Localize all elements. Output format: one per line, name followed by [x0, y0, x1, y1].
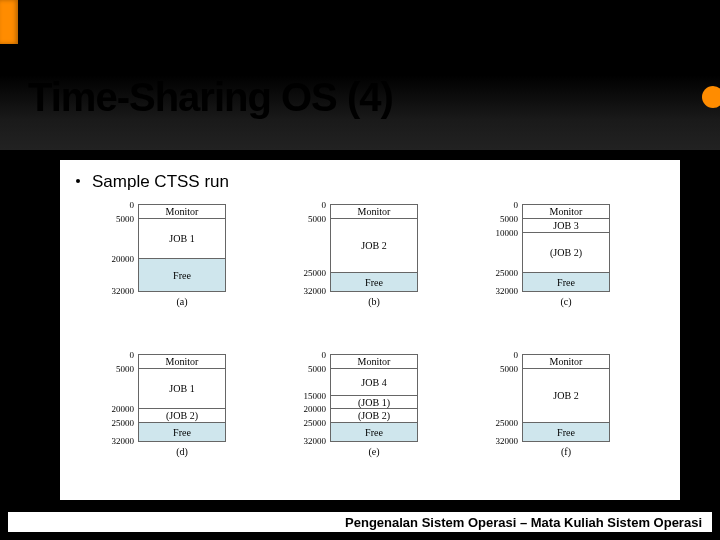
- diagram-label: (e): [330, 446, 418, 457]
- memory-segment: Free: [523, 273, 609, 291]
- memory-address-label: 20000: [90, 255, 134, 264]
- memory-address-label: 20000: [282, 405, 326, 414]
- memory-address-label: 32000: [90, 287, 134, 296]
- memory-address-label: 25000: [282, 419, 326, 428]
- corner-decoration: [702, 86, 720, 108]
- memory-address-label: 32000: [474, 437, 518, 446]
- memory-address-label: 5000: [282, 365, 326, 374]
- accent-bar: [0, 0, 18, 44]
- memory-column: MonitorJOB 4(JOB 1)(JOB 2)Free: [330, 354, 418, 442]
- diagram-label: (b): [330, 296, 418, 307]
- footer-bar: Pengenalan Sistem Operasi – Mata Kuliah …: [8, 510, 712, 532]
- memory-column: MonitorJOB 1Free: [138, 204, 226, 292]
- memory-segment: JOB 1: [139, 219, 225, 259]
- memory-segment: Free: [331, 423, 417, 441]
- memory-diagrams-grid: MonitorJOB 1Free050002000032000(a)Monito…: [90, 200, 652, 490]
- memory-address-label: 5000: [282, 215, 326, 224]
- memory-diagram: MonitorJOB 2Free050002500032000(f): [474, 350, 652, 490]
- memory-column: MonitorJOB 3(JOB 2)Free: [522, 204, 610, 292]
- memory-address-label: 0: [282, 351, 326, 360]
- memory-address-label: 0: [474, 201, 518, 210]
- memory-diagram: MonitorJOB 3(JOB 2)Free05000100002500032…: [474, 200, 652, 340]
- memory-segment: Monitor: [523, 205, 609, 219]
- memory-segment: JOB 4: [331, 369, 417, 396]
- memory-diagram: MonitorJOB 4(JOB 1)(JOB 2)Free0500015000…: [282, 350, 460, 490]
- memory-segment: Free: [331, 273, 417, 291]
- memory-address-label: 10000: [474, 229, 518, 238]
- memory-segment: JOB 1: [139, 369, 225, 409]
- memory-diagram: MonitorJOB 2Free050002500032000(b): [282, 200, 460, 340]
- memory-column: MonitorJOB 2Free: [522, 354, 610, 442]
- memory-address-label: 5000: [90, 365, 134, 374]
- memory-address-label: 0: [90, 201, 134, 210]
- memory-address-label: 25000: [474, 269, 518, 278]
- diagram-label: (c): [522, 296, 610, 307]
- memory-segment: Monitor: [139, 205, 225, 219]
- memory-segment: (JOB 1): [331, 396, 417, 409]
- memory-address-label: 0: [90, 351, 134, 360]
- diagram-label: (f): [522, 446, 610, 457]
- memory-segment: JOB 2: [331, 219, 417, 273]
- memory-segment: Free: [139, 423, 225, 441]
- memory-address-label: 0: [282, 201, 326, 210]
- memory-segment: Monitor: [331, 355, 417, 369]
- bullet-icon: [76, 179, 80, 183]
- memory-segment: (JOB 2): [139, 409, 225, 423]
- memory-segment: Free: [523, 423, 609, 441]
- memory-address-label: 32000: [474, 287, 518, 296]
- memory-diagram: MonitorJOB 1(JOB 2)Free05000200002500032…: [90, 350, 268, 490]
- memory-address-label: 25000: [90, 419, 134, 428]
- memory-address-label: 15000: [282, 392, 326, 401]
- memory-segment: Monitor: [331, 205, 417, 219]
- memory-segment: Monitor: [523, 355, 609, 369]
- memory-address-label: 5000: [474, 215, 518, 224]
- memory-segment: (JOB 2): [523, 233, 609, 273]
- diagram-label: (a): [138, 296, 226, 307]
- memory-address-label: 32000: [282, 287, 326, 296]
- memory-segment: JOB 2: [523, 369, 609, 423]
- memory-address-label: 25000: [474, 419, 518, 428]
- bullet-text: Sample CTSS run: [92, 172, 229, 192]
- memory-diagram: MonitorJOB 1Free050002000032000(a): [90, 200, 268, 340]
- memory-address-label: 5000: [474, 365, 518, 374]
- memory-address-label: 32000: [282, 437, 326, 446]
- diagram-label: (d): [138, 446, 226, 457]
- memory-address-label: 32000: [90, 437, 134, 446]
- memory-segment: Free: [139, 259, 225, 291]
- memory-address-label: 25000: [282, 269, 326, 278]
- memory-segment: Monitor: [139, 355, 225, 369]
- memory-column: MonitorJOB 2Free: [330, 204, 418, 292]
- memory-segment: (JOB 2): [331, 409, 417, 423]
- footer-text: Pengenalan Sistem Operasi – Mata Kuliah …: [345, 515, 702, 530]
- memory-column: MonitorJOB 1(JOB 2)Free: [138, 354, 226, 442]
- memory-segment: JOB 3: [523, 219, 609, 233]
- memory-address-label: 5000: [90, 215, 134, 224]
- slide-title: Time-Sharing OS (4): [28, 75, 393, 120]
- memory-address-label: 0: [474, 351, 518, 360]
- memory-address-label: 20000: [90, 405, 134, 414]
